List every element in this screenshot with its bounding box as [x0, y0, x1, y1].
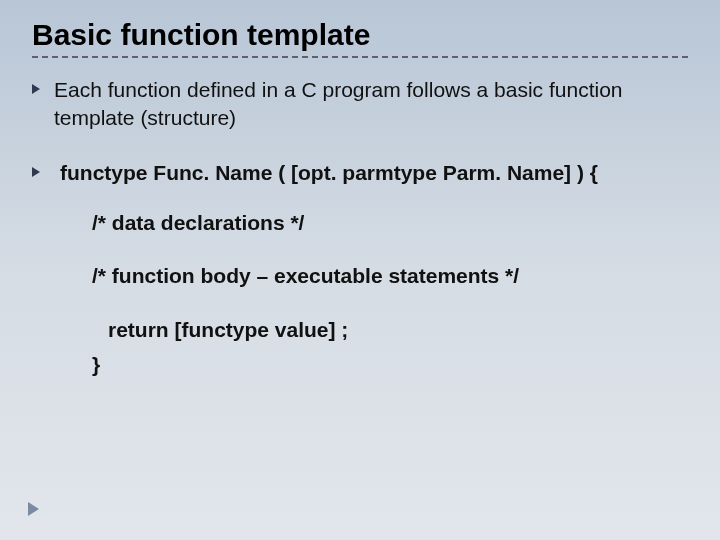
bullet-item: functype Func. Name ( [opt. parmtype Par… — [32, 159, 688, 187]
slide: Basic function template Each function de… — [0, 0, 720, 540]
slide-title: Basic function template — [32, 18, 688, 52]
bullet-text-code: functype Func. Name ( [opt. parmtype Par… — [54, 159, 598, 187]
code-block: /* data declarations */ /* function body… — [92, 209, 688, 378]
code-return: return [functype value] ; — [108, 316, 348, 343]
corner-triangle-icon — [28, 502, 39, 516]
bullet-text: Each function defined in a C program fol… — [54, 76, 688, 133]
bullet-triangle-icon — [32, 84, 40, 94]
bullet-item: Each function defined in a C program fol… — [32, 76, 688, 133]
code-line: /* data declarations */ — [92, 209, 688, 236]
bullet-triangle-icon — [32, 167, 40, 177]
code-line: /* function body – executable statements… — [92, 262, 688, 289]
code-return-row: return [functype value] ; } — [92, 316, 688, 379]
title-divider — [32, 56, 688, 58]
code-close-brace: } — [92, 351, 338, 378]
